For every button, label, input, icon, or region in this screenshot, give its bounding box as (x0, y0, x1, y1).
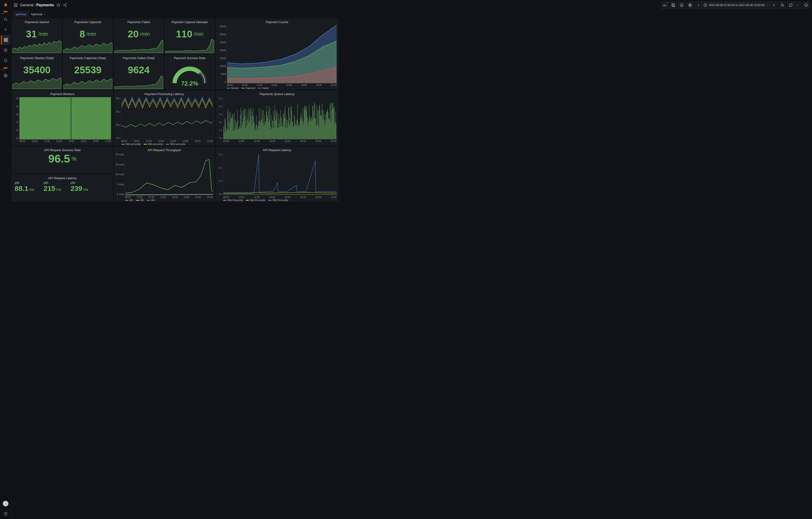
dashboards-icon[interactable] (1, 35, 10, 45)
alerting-icon[interactable] (1, 56, 10, 65)
panel-payments-failed[interactable]: Payments Failed 20/min (114, 19, 164, 53)
svg-rect-4 (6, 40, 7, 41)
panel-processing-latency[interactable]: Payment Processing Latency 40 s30 s20 s1… (114, 91, 214, 145)
breadcrumb-folder[interactable]: General (20, 3, 33, 7)
svg-rect-1 (4, 38, 5, 39)
svg-point-15 (66, 6, 66, 7)
svg-rect-2 (6, 38, 7, 39)
star-icon[interactable] (56, 3, 60, 7)
breadcrumb[interactable]: General/Payments (20, 3, 54, 7)
panel-payments-started-total[interactable]: Payments Started (Total) 35400 (12, 55, 62, 89)
panel-payment-workers[interactable]: Payment Workers 201918171615 08:0010:001… (12, 91, 113, 145)
xaxis-ticks: 08:0010:0012:0014:0016:0018:0020:0022:00 (227, 84, 337, 87)
panel-payments-captured[interactable]: Payments Captured 8/min (63, 19, 113, 53)
configuration-icon[interactable] (1, 71, 10, 80)
share-icon[interactable] (63, 3, 67, 7)
svg-rect-3 (4, 40, 5, 41)
yaxis-ticks: 35000300002500020000150001000050000 (216, 25, 227, 83)
variable-label: gateway (13, 11, 29, 17)
variable-dropdown[interactable]: hyperpay ▾ (29, 11, 48, 17)
left-nav-rail: aws aws (0, 0, 11, 218)
svg-point-14 (63, 5, 64, 6)
panel-payments-started[interactable]: Payments Started 31/min (12, 19, 62, 53)
panel-payments-failed-total[interactable]: Payments Failed (Total) 9624 (114, 55, 164, 89)
chart-legend: Started Captured Failed (227, 87, 337, 89)
aws-logo-icon: aws (1, 10, 10, 14)
variable-bar: gateway hyperpay ▾ (11, 10, 340, 18)
svg-rect-11 (14, 6, 15, 7)
create-icon[interactable] (1, 25, 10, 34)
dashboard-grid: Payments Started 31/min Payments Capture… (11, 19, 340, 218)
svg-point-0 (4, 18, 7, 21)
dashboards-grid-icon[interactable] (13, 3, 18, 7)
panel-payment-counts[interactable]: Payment Counts 3500030000250002000015000… (216, 19, 338, 89)
panel-api-throughput[interactable]: API Request Throughput 20 req/s15 req/s1… (114, 147, 214, 201)
aws-nav-icon[interactable]: aws (1, 66, 10, 70)
panel-payments-captured-total[interactable]: Payments Captured (Total) 25539 (63, 55, 113, 89)
panel-api-success-rate[interactable]: API Request Success Rate 96.5% (12, 147, 113, 173)
svg-point-5 (4, 49, 7, 52)
svg-rect-9 (14, 3, 15, 5)
svg-point-6 (5, 75, 6, 76)
panel-api-latency-stats[interactable]: API Request Latency p5088.1ms p90215ms p… (12, 175, 113, 201)
panel-capture-attempts[interactable]: Payment Capture Attempts 110/min (165, 19, 214, 53)
chart-plot (227, 25, 337, 83)
explore-icon[interactable] (1, 46, 10, 55)
panel-payment-success-rate[interactable]: Payment Success Rate 72.2% (165, 55, 214, 89)
search-icon[interactable] (1, 15, 10, 24)
panel-queue-latency[interactable]: Payments Queue Latency 5 s4 s3 s2 s1 s0 … (216, 91, 338, 145)
svg-rect-12 (16, 6, 17, 7)
top-bar: General/Payments 2022-09-08 07:00:00 to … (11, 0, 340, 10)
breadcrumb-name: Payments (36, 3, 54, 7)
svg-point-13 (66, 3, 66, 4)
chevron-down-icon: ▾ (45, 13, 46, 16)
grafana-logo-icon[interactable] (2, 1, 9, 9)
panel-api-latency-ts[interactable]: API Request Latency 6 s4 s2 s0 s 08:0010… (216, 147, 338, 201)
svg-rect-10 (16, 3, 17, 5)
